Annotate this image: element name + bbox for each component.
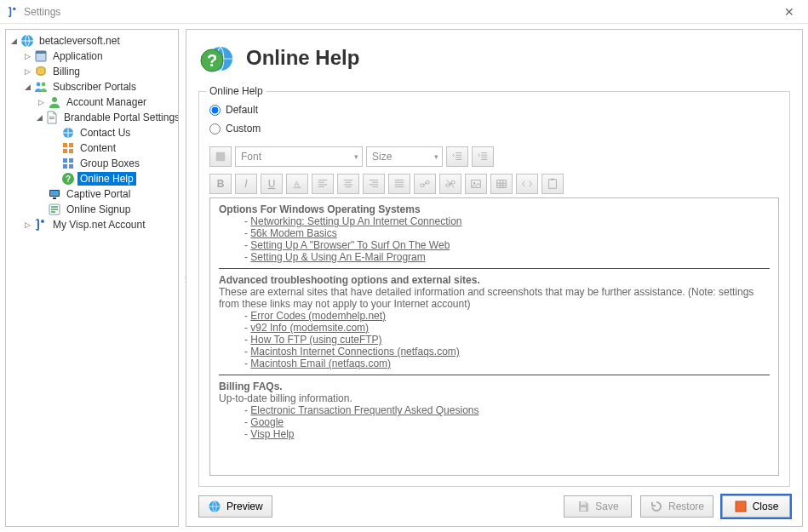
svg-rect-18 (69, 164, 73, 169)
svg-rect-8 (49, 117, 54, 117)
align-center-button[interactable] (337, 174, 359, 194)
settings-tree: ◢ betacleversoft.net ▷ (5, 29, 179, 527)
help-link[interactable]: Error Codes (modemhelp.net) (250, 310, 386, 322)
help-link[interactable]: Setting Up & Using An E-Mail Program (250, 251, 425, 263)
save-button[interactable]: Save (564, 495, 632, 518)
close-button[interactable]: Close (722, 495, 790, 518)
tree-item-my-visp[interactable]: My Visp.net Account (50, 218, 148, 232)
expander-icon[interactable]: ▷ (23, 52, 32, 60)
help-link[interactable]: Electronic Transaction Frequently Asked … (250, 404, 478, 416)
svg-rect-29 (216, 152, 226, 162)
svg-rect-14 (69, 149, 73, 153)
tree-item-online-help[interactable]: Online Help (77, 172, 136, 186)
split-handle[interactable]: ⋮ (181, 273, 192, 283)
section-title: Billing FAQs. (219, 380, 770, 392)
help-link[interactable]: Visp Help (250, 428, 294, 440)
help-link[interactable]: Google (250, 416, 284, 428)
tree-item-brandable-portal[interactable]: Brandable Portal Settings (61, 111, 179, 124)
restore-button[interactable]: Restore (640, 495, 713, 518)
help-link[interactable]: Macintosh Internet Connections (netfaqs.… (250, 346, 459, 358)
content-icon (61, 141, 75, 155)
globe-icon (20, 34, 34, 48)
group-legend: Online Help (206, 85, 266, 97)
font-combo[interactable]: Font ▾ (235, 146, 363, 167)
format-block-button[interactable] (209, 146, 232, 167)
align-justify-button[interactable] (388, 174, 410, 194)
monitor-icon (48, 187, 61, 201)
svg-rect-17 (63, 164, 67, 169)
save-label: Save (595, 501, 618, 512)
radio-default-input[interactable] (209, 105, 221, 116)
expander-icon[interactable]: ▷ (23, 220, 32, 229)
tree-item-group-boxes[interactable]: Group Boxes (77, 157, 142, 170)
application-icon (34, 49, 48, 63)
radio-default[interactable]: Default (209, 100, 779, 119)
paste-button[interactable] (542, 174, 564, 194)
underline-button[interactable]: U (261, 174, 283, 194)
section-desc: These are external sites that have detai… (219, 286, 770, 310)
tree-item-root[interactable]: betacleversoft.net (37, 34, 123, 48)
svg-text:?: ? (66, 174, 71, 184)
app-icon (34, 218, 48, 232)
help-link[interactable]: v92 Info (modemsite.com) (250, 322, 369, 334)
svg-point-25 (41, 220, 44, 223)
svg-point-6 (42, 83, 46, 87)
font-combo-label: Font (241, 151, 261, 163)
expander-icon[interactable]: ◢ (23, 83, 32, 91)
expander-icon[interactable]: ▷ (37, 98, 45, 106)
image-button[interactable] (465, 174, 487, 194)
help-link[interactable]: 56k Modem Basics (250, 227, 336, 239)
expander-icon[interactable]: ▷ (23, 67, 32, 76)
tree-item-content[interactable]: Content (77, 141, 118, 155)
svg-rect-44 (736, 501, 746, 512)
bold-button[interactable]: B (209, 174, 232, 194)
tree-item-subscriber-portals[interactable]: Subscriber Portals (50, 80, 139, 94)
tree-item-billing[interactable]: Billing (50, 65, 83, 78)
link-button[interactable] (414, 174, 436, 194)
window-title: Settings (24, 6, 777, 18)
tree-item-contact-us[interactable]: Contact Us (77, 126, 133, 140)
tree-item-application[interactable]: Application (50, 49, 106, 63)
help-icon: ? (61, 172, 75, 186)
svg-rect-42 (581, 501, 586, 505)
svg-rect-43 (581, 507, 586, 511)
table-button[interactable] (490, 174, 513, 194)
radio-custom[interactable]: Custom (209, 119, 779, 138)
source-button[interactable] (516, 174, 538, 194)
help-link[interactable]: How To FTP (using cuteFTP) (250, 334, 381, 346)
billing-icon (34, 65, 48, 78)
tree-item-online-signup[interactable]: Online Signup (64, 203, 133, 216)
help-link[interactable]: Setting Up A "Browser" To Surf On The We… (250, 239, 450, 251)
page-title: Online Help (246, 46, 359, 70)
svg-rect-38 (497, 180, 507, 188)
svg-rect-39 (549, 180, 557, 189)
svg-rect-3 (36, 51, 46, 54)
preview-button[interactable]: Preview (198, 495, 272, 518)
svg-rect-13 (63, 149, 67, 153)
window-close-button[interactable]: ✕ (777, 2, 801, 22)
help-link[interactable]: Networking: Setting Up An Internet Conne… (250, 215, 461, 227)
expander-icon[interactable]: ◢ (9, 37, 18, 45)
svg-text:?: ? (207, 51, 217, 70)
section-title: Advanced troubleshooting options and ext… (219, 274, 770, 286)
help-icon: ? (198, 40, 234, 76)
radio-custom-input[interactable] (209, 123, 221, 134)
svg-rect-12 (69, 143, 73, 147)
svg-rect-22 (50, 191, 59, 196)
outdent-button[interactable] (446, 146, 468, 167)
expander-icon[interactable]: ◢ (37, 113, 43, 122)
content-editor[interactable]: Options For Windows Operating Systems - … (209, 197, 779, 476)
size-combo[interactable]: Size ▾ (366, 146, 443, 167)
users-icon (34, 80, 48, 94)
tree-item-captive-portal[interactable]: Captive Portal (64, 187, 133, 201)
help-link[interactable]: Macintosh Email (netfaqs.com) (250, 358, 391, 369)
align-left-button[interactable] (312, 174, 334, 194)
align-right-button[interactable] (363, 174, 385, 194)
size-combo-label: Size (372, 151, 392, 163)
tree-item-account-manager[interactable]: Account Manager (64, 95, 149, 109)
chevron-down-icon: ▾ (434, 152, 438, 161)
text-color-button[interactable]: A (286, 174, 308, 194)
indent-button[interactable] (472, 146, 494, 167)
italic-button[interactable]: I (235, 174, 257, 194)
unlink-button[interactable] (439, 174, 461, 194)
